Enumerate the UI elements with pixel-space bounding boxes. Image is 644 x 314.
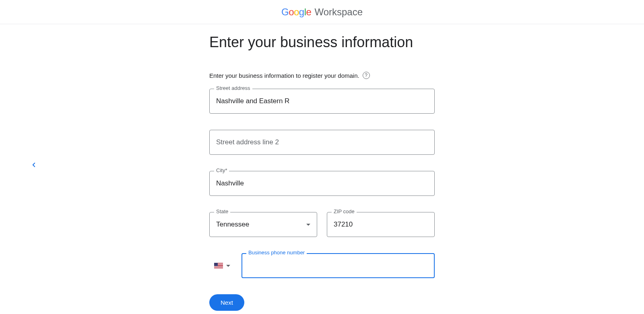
street-address-field: Street address	[209, 89, 435, 114]
state-zip-row: State Tennessee ZIP code	[209, 212, 435, 237]
state-value: Tennessee	[216, 220, 249, 229]
google-logo: Google	[281, 6, 311, 18]
street-address-label: Street address	[214, 85, 252, 91]
street-address-2-field	[209, 130, 435, 155]
state-select[interactable]: Tennessee	[209, 212, 317, 237]
city-input[interactable]	[209, 171, 435, 196]
form-content: Enter your business information Enter yo…	[209, 24, 435, 311]
city-field: City*	[209, 171, 435, 196]
page-title: Enter your business information	[209, 34, 435, 51]
city-label: City*	[214, 167, 229, 173]
state-field: State Tennessee	[209, 212, 317, 237]
next-button[interactable]: Next	[209, 294, 244, 311]
phone-input[interactable]	[242, 253, 435, 278]
help-icon[interactable]: ?	[363, 72, 370, 79]
street-address-2-input[interactable]	[209, 130, 435, 155]
country-code-select[interactable]	[209, 263, 230, 268]
zip-field: ZIP code	[327, 212, 435, 237]
state-label: State	[214, 208, 230, 214]
header: Google Workspace	[0, 0, 644, 24]
phone-label: Business phone number	[246, 250, 307, 256]
street-address-input[interactable]	[209, 89, 435, 114]
product-name: Workspace	[314, 6, 363, 18]
zip-input[interactable]	[327, 212, 435, 237]
phone-row: Business phone number	[209, 253, 435, 278]
us-flag-icon	[214, 263, 223, 268]
subtitle-text: Enter your business information to regis…	[209, 72, 359, 79]
phone-field: Business phone number	[242, 253, 435, 278]
chevron-left-icon	[30, 161, 37, 168]
zip-label: ZIP code	[332, 208, 357, 214]
back-button[interactable]	[30, 161, 37, 170]
subtitle-row: Enter your business information to regis…	[209, 72, 435, 79]
chevron-down-icon	[226, 265, 230, 267]
logo: Google Workspace	[281, 6, 363, 18]
chevron-down-icon	[306, 224, 310, 226]
